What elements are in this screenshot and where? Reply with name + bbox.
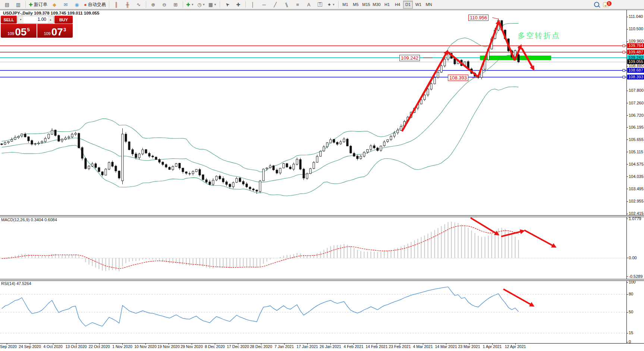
sell-price[interactable]: 109 05 5 — [1, 24, 37, 38]
hline-handle[interactable] — [623, 51, 625, 53]
buy-button[interactable]: BUY — [54, 16, 73, 23]
trend-arrow[interactable] — [447, 52, 478, 77]
chart-plot[interactable] — [0, 0, 644, 351]
one-click-trading-panel: SELL ▼ 1.00 ▲ BUY 109 05 5 109 07 3 — [1, 16, 73, 38]
mt4-application: ▤▥✚新订单◆✉◉●自动交易║╫∿⊕⊖⊞✚▼◷▼▦▼➤✚│─╱∥≡AT✦▼M1M… — [0, 0, 644, 351]
main-pane[interactable] — [0, 18, 626, 196]
pane-separator-macd[interactable] — [0, 215, 644, 217]
sell-price-handle: 109 — [7, 31, 14, 36]
macd-pane[interactable] — [0, 218, 626, 271]
trend-arrow[interactable] — [402, 51, 447, 131]
lot-decrease-button[interactable]: ▼ — [18, 16, 23, 23]
lot-input[interactable]: 1.00 — [23, 16, 48, 23]
price-axis-line — [626, 10, 627, 343]
rsi-pane[interactable] — [0, 287, 626, 333]
trend-arrow[interactable] — [524, 230, 555, 247]
macd-histogram — [2, 222, 519, 271]
lot-increase-button[interactable]: ▲ — [48, 16, 53, 23]
hline-handle[interactable] — [623, 69, 625, 72]
trend-arrow[interactable] — [499, 22, 515, 60]
date-axis-line — [0, 343, 644, 344]
buy-price-big: 07 — [51, 27, 63, 37]
buy-price[interactable]: 109 07 3 — [37, 24, 73, 38]
hline-handle[interactable] — [623, 45, 625, 47]
trend-arrow[interactable] — [478, 21, 499, 77]
hline-handle[interactable] — [623, 76, 625, 78]
pane-separator-rsi[interactable] — [0, 279, 644, 281]
sell-button[interactable]: SELL — [1, 16, 17, 23]
sell-price-big: 05 — [15, 27, 26, 37]
trend-arrow[interactable] — [503, 289, 533, 306]
lot-stepper: ▼ 1.00 ▲ — [18, 16, 54, 23]
sell-price-pip: 5 — [27, 27, 29, 32]
buy-price-pip: 3 — [63, 27, 66, 32]
buy-price-handle: 109 — [44, 31, 50, 36]
chart-title: USDJPY-,Daily 109.378 109.745 109.011 10… — [3, 11, 99, 15]
rsi-line[interactable] — [2, 287, 519, 326]
candles — [1, 19, 519, 194]
